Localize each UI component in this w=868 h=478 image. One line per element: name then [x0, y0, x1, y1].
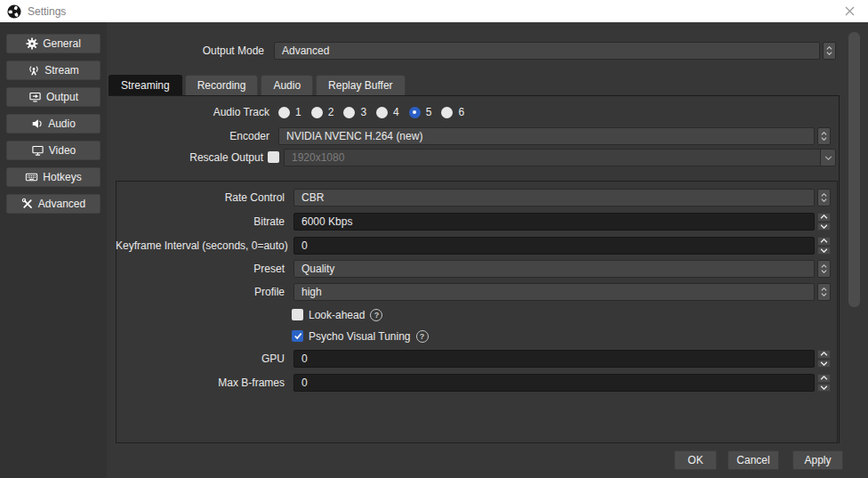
gpu-value: 0: [301, 352, 308, 365]
rescale-resolution-value: 1920x1080: [292, 151, 344, 164]
audio-track-option-1[interactable]: 1: [278, 106, 301, 118]
tab-audio[interactable]: Audio: [261, 75, 313, 95]
sidebar-item-general[interactable]: General: [6, 34, 100, 53]
help-icon[interactable]: ?: [416, 330, 429, 343]
profile-label: Profile: [116, 283, 285, 301]
output-mode-select[interactable]: Advanced: [274, 42, 820, 60]
vertical-scrollbar[interactable]: [848, 32, 860, 307]
radio-icon[interactable]: [278, 107, 290, 118]
keyframe-interval-input[interactable]: 0: [293, 237, 815, 255]
chevron-up-icon: [821, 193, 827, 197]
chevron-up-icon: [820, 215, 828, 219]
chevron-down-icon: [826, 52, 832, 55]
output-mode-spinner[interactable]: [823, 42, 836, 60]
radio-label: 2: [328, 106, 334, 118]
keyframe-interval-stepper: [817, 237, 831, 255]
radio-label: 1: [295, 106, 301, 118]
chevron-up-icon: [820, 239, 828, 243]
audio-track-option-6[interactable]: 6: [441, 106, 464, 118]
sidebar-item-output[interactable]: Output: [6, 87, 100, 107]
chevron-down-icon: [824, 156, 832, 160]
audio-track-option-5[interactable]: 5: [409, 106, 432, 118]
radio-icon[interactable]: [343, 107, 355, 118]
tab-replay-buffer[interactable]: Replay Buffer: [316, 75, 406, 95]
step-up-button[interactable]: [817, 374, 831, 383]
close-button[interactable]: [831, 0, 868, 22]
sidebar-item-hotkeys[interactable]: Hotkeys: [6, 167, 100, 187]
look-ahead-row: Look-ahead ?: [292, 308, 382, 321]
sidebar-item-label: Video: [49, 144, 76, 157]
titlebar: Settings: [0, 0, 868, 22]
encoder-value: NVIDIA NVENC H.264 (new): [286, 130, 422, 142]
rescale-resolution-select[interactable]: 1920x1080: [284, 149, 836, 166]
radio-label: 4: [393, 106, 399, 118]
sidebar-item-label: Stream: [44, 64, 79, 77]
ok-button[interactable]: OK: [674, 450, 717, 470]
audio-track-radios: 1 2 3 4 5 6: [278, 104, 474, 120]
look-ahead-checkbox[interactable]: [292, 309, 303, 320]
tab-streaming[interactable]: Streaming: [108, 75, 182, 95]
radio-selected-icon[interactable]: [409, 107, 421, 118]
chevron-down-icon: [820, 361, 828, 366]
radio-icon[interactable]: [376, 107, 388, 118]
bitrate-value: 6000 Kbps: [301, 215, 352, 228]
psycho-visual-tuning-row: Psycho Visual Tuning ?: [292, 329, 429, 343]
radio-label: 5: [426, 106, 432, 118]
gear-icon: [26, 37, 38, 50]
keyframe-interval-label: Keyframe Interval (seconds, 0=auto): [116, 237, 285, 255]
encoder-label: Encoder: [133, 127, 269, 145]
step-down-button[interactable]: [817, 223, 831, 231]
dropdown-arrow[interactable]: [820, 150, 835, 166]
step-up-button[interactable]: [817, 350, 831, 359]
preset-label: Preset: [116, 260, 285, 278]
bitrate-input[interactable]: 6000 Kbps: [293, 213, 815, 231]
keyboard-icon: [25, 171, 38, 183]
sidebar-item-stream[interactable]: Stream: [6, 61, 100, 80]
rate-control-label: Rate Control: [116, 189, 285, 207]
chevron-down-icon: [820, 224, 828, 229]
radio-icon[interactable]: [441, 107, 453, 118]
rescale-output-label: Rescale Output: [133, 149, 263, 166]
step-up-button[interactable]: [817, 213, 831, 222]
sidebar-item-advanced[interactable]: Advanced: [6, 194, 100, 214]
chevron-up-icon: [820, 352, 828, 356]
obs-logo-icon: [7, 4, 21, 19]
encoder-spinner[interactable]: [817, 127, 831, 145]
sidebar-item-audio[interactable]: Audio: [6, 114, 100, 134]
sidebar-item-video[interactable]: Video: [6, 141, 100, 160]
audio-track-option-3[interactable]: 3: [343, 106, 366, 118]
chevron-up-icon: [821, 288, 827, 291]
encoder-select[interactable]: NVIDIA NVENC H.264 (new): [278, 127, 815, 145]
audio-track-option-2[interactable]: 2: [311, 106, 334, 118]
display-icon: [31, 144, 44, 157]
chevron-down-icon: [820, 385, 828, 390]
rescale-output-checkbox[interactable]: [268, 151, 279, 163]
radio-icon[interactable]: [311, 107, 323, 118]
step-down-button[interactable]: [817, 247, 831, 255]
max-bframes-input[interactable]: 0: [293, 374, 815, 392]
chevron-down-icon: [821, 198, 827, 202]
audio-track-option-4[interactable]: 4: [376, 106, 399, 118]
step-down-button[interactable]: [817, 384, 831, 393]
chevron-down-icon: [821, 270, 827, 273]
step-down-button[interactable]: [817, 360, 831, 369]
profile-select[interactable]: high: [293, 283, 815, 301]
preset-select[interactable]: Quality: [293, 260, 815, 278]
speaker-icon: [31, 117, 44, 130]
preset-spinner[interactable]: [817, 260, 831, 278]
psycho-visual-tuning-checkbox[interactable]: [292, 330, 303, 342]
apply-button[interactable]: Apply: [792, 450, 843, 470]
cancel-button[interactable]: Cancel: [727, 450, 779, 470]
help-icon[interactable]: ?: [370, 309, 382, 321]
step-up-button[interactable]: [817, 237, 831, 246]
output-mode-value: Advanced: [282, 45, 329, 57]
rate-control-select[interactable]: CBR: [293, 189, 815, 207]
max-bframes-label: Max B-frames: [116, 374, 285, 392]
rate-control-spinner[interactable]: [817, 189, 831, 207]
profile-spinner[interactable]: [817, 283, 831, 301]
sidebar-item-label: Output: [46, 91, 78, 103]
check-icon: [293, 332, 302, 340]
broadcast-icon: [28, 64, 40, 77]
gpu-input[interactable]: 0: [293, 350, 815, 368]
tab-recording[interactable]: Recording: [185, 75, 259, 95]
